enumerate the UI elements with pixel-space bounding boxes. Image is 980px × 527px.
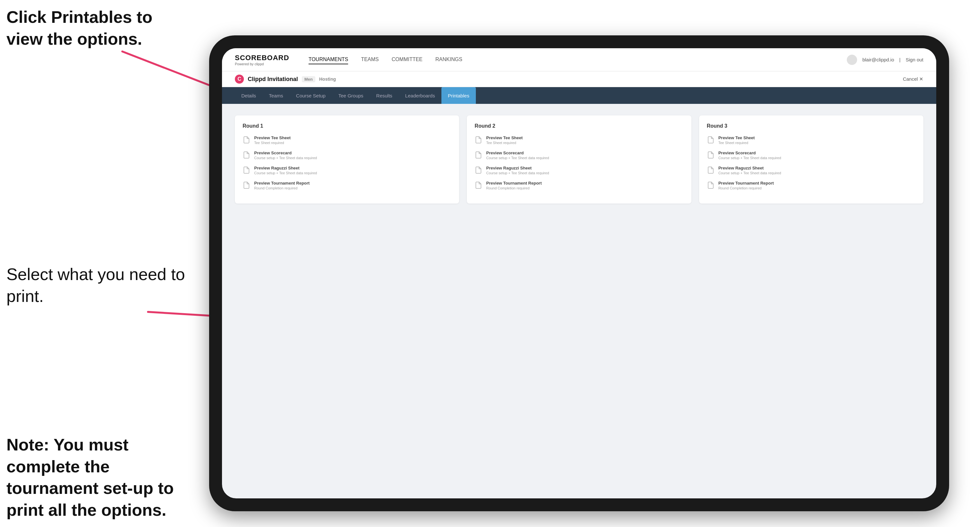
main-content: Round 1 Preview Tee Sheet Tee Sheet requ… [222, 104, 936, 498]
tournament-badge: Men [302, 76, 315, 82]
round2-tournament-report[interactable]: Preview Tournament Report Round Completi… [474, 181, 683, 190]
top-nav: SCOREBOARD Powered by clippd TOURNAMENTS… [222, 48, 936, 71]
tab-tee-groups[interactable]: Tee Groups [332, 87, 370, 104]
annotation-middle: Select what you need to print. [6, 264, 187, 307]
nav-link-tournaments[interactable]: TOURNAMENTS [309, 55, 348, 64]
round-1-title: Round 1 [243, 123, 452, 129]
round-2-title: Round 2 [474, 123, 683, 129]
doc-icon [243, 181, 250, 189]
doc-icon [474, 151, 482, 159]
doc-icon [707, 151, 714, 159]
tab-leaderboards[interactable]: Leaderboards [399, 87, 441, 104]
brand: SCOREBOARD Powered by clippd [235, 54, 289, 66]
round-3-title: Round 3 [707, 123, 916, 129]
tournament-title: C Clippd Invitational Men Hosting [235, 75, 336, 84]
nav-link-rankings[interactable]: RANKINGS [435, 55, 462, 64]
top-nav-right: blair@clippd.io | Sign out [847, 55, 923, 65]
rounds-grid: Round 1 Preview Tee Sheet Tee Sheet requ… [235, 116, 923, 203]
round2-raguzzi[interactable]: Preview Raguzzi Sheet Course setup + Tee… [474, 166, 683, 175]
round2-scorecard[interactable]: Preview Scorecard Course setup + Tee She… [474, 151, 683, 160]
round2-tee-sheet[interactable]: Preview Tee Sheet Tee Sheet required [474, 135, 683, 145]
top-nav-left: SCOREBOARD Powered by clippd TOURNAMENTS… [235, 54, 462, 66]
doc-icon [707, 136, 714, 144]
doc-icon [243, 166, 250, 174]
tab-printables[interactable]: Printables [441, 87, 476, 104]
annotation-top: Click Printables to view the options. [6, 6, 193, 50]
round1-raguzzi[interactable]: Preview Raguzzi Sheet Course setup + Tee… [243, 166, 452, 175]
tablet-frame: SCOREBOARD Powered by clippd TOURNAMENTS… [209, 35, 949, 511]
tab-teams[interactable]: Teams [262, 87, 290, 104]
user-email: blair@clippd.io [862, 57, 894, 62]
sign-out-link[interactable]: Sign out [906, 57, 923, 62]
doc-icon [707, 181, 714, 189]
round3-scorecard[interactable]: Preview Scorecard Course setup + Tee She… [707, 151, 916, 160]
round-3-section: Round 3 Preview Tee Sheet Tee Sheet requ… [699, 116, 923, 203]
separator: | [899, 57, 900, 62]
brand-title: SCOREBOARD [235, 54, 289, 62]
tab-course-setup[interactable]: Course Setup [290, 87, 332, 104]
brand-subtitle: Powered by clippd [235, 62, 289, 66]
nav-link-teams[interactable]: TEAMS [361, 55, 379, 64]
sub-nav: Details Teams Course Setup Tee Groups Re… [222, 87, 936, 104]
annotation-bottom: Note: You must complete the tournament s… [6, 434, 193, 521]
tournament-name: Clippd Invitational [248, 76, 298, 83]
round3-raguzzi[interactable]: Preview Raguzzi Sheet Course setup + Tee… [707, 166, 916, 175]
round-2-section: Round 2 Preview Tee Sheet Tee Sheet requ… [467, 116, 691, 203]
annotation-top-text: Click Printables to view the options. [6, 8, 153, 48]
round1-tee-sheet[interactable]: Preview Tee Sheet Tee Sheet required [243, 135, 452, 145]
nav-link-committee[interactable]: COMMITTEE [391, 55, 422, 64]
hosting-badge: Hosting [319, 76, 336, 82]
tournament-bar: C Clippd Invitational Men Hosting Cancel… [222, 71, 936, 87]
round1-scorecard[interactable]: Preview Scorecard Course setup + Tee She… [243, 151, 452, 160]
doc-icon [474, 166, 482, 174]
doc-icon [243, 136, 250, 144]
round1-tournament-report[interactable]: Preview Tournament Report Round Completi… [243, 181, 452, 190]
tournament-logo: C [235, 75, 244, 84]
doc-icon [474, 136, 482, 144]
tablet-screen: SCOREBOARD Powered by clippd TOURNAMENTS… [222, 48, 936, 498]
doc-icon [474, 181, 482, 189]
top-nav-links: TOURNAMENTS TEAMS COMMITTEE RANKINGS [309, 55, 462, 64]
doc-icon [707, 166, 714, 174]
round3-tee-sheet[interactable]: Preview Tee Sheet Tee Sheet required [707, 135, 916, 145]
round3-tournament-report[interactable]: Preview Tournament Report Round Completi… [707, 181, 916, 190]
tab-details[interactable]: Details [235, 87, 262, 104]
tab-results[interactable]: Results [370, 87, 399, 104]
user-avatar [847, 55, 857, 65]
cancel-button[interactable]: Cancel ✕ [903, 76, 923, 82]
doc-icon [243, 151, 250, 159]
round-1-section: Round 1 Preview Tee Sheet Tee Sheet requ… [235, 116, 459, 203]
